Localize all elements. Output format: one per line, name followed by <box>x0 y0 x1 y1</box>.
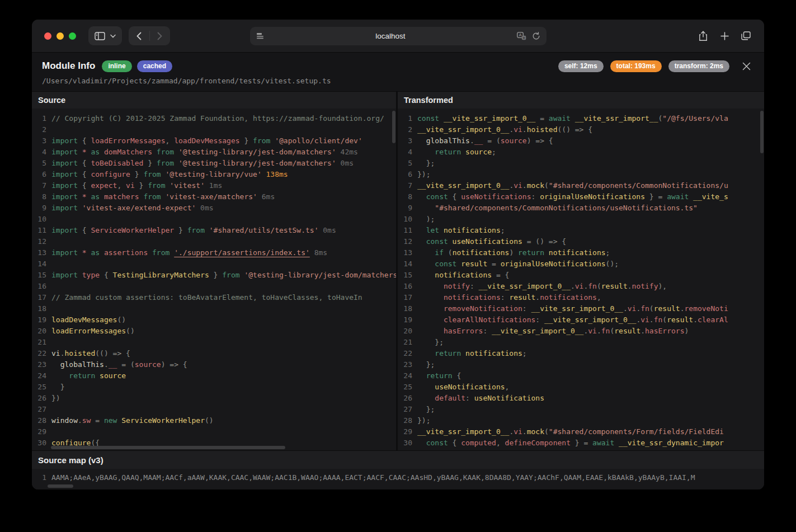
source-vertical-scrollbar[interactable] <box>392 111 395 143</box>
svg-text:✦: ✦ <box>522 36 525 39</box>
code-line: 9 "#shared/components/CommonNotification… <box>398 203 764 214</box>
nav-buttons <box>129 26 170 45</box>
line-number: 2 <box>398 124 412 135</box>
code-line: 22 return notifications; <box>398 348 764 359</box>
tab-overview-button[interactable] <box>737 27 754 44</box>
line-number: 21 <box>398 337 412 348</box>
tabs-icon <box>741 31 751 40</box>
line-number: 17 <box>32 292 46 303</box>
code-line: 26 default: useNotifications <box>398 393 764 404</box>
module-header: Module Info inlinecached self: 12mstotal… <box>32 52 764 91</box>
line-number: 29 <box>32 426 46 437</box>
transformed-vertical-scrollbar[interactable] <box>760 111 764 153</box>
code-line: 20loadErrorMessages() <box>32 326 396 337</box>
browser-window: localhost A ✦ <box>32 20 764 489</box>
line-number: 27 <box>398 404 412 415</box>
share-icon <box>699 31 708 41</box>
line-number: 13 <box>398 247 412 258</box>
code-line: 28}); <box>398 415 764 426</box>
line-number: 28 <box>32 415 46 426</box>
code-line: 23 }; <box>398 359 764 370</box>
reader-icon[interactable] <box>256 32 265 40</box>
code-line: 2__vite_ssr_import_0__.vi.hoisted(() => … <box>398 124 764 135</box>
back-button[interactable] <box>129 26 148 45</box>
close-button[interactable] <box>740 59 753 73</box>
code-line: 7import { expect, vi } from 'vitest' 1ms <box>32 180 396 191</box>
forward-button[interactable] <box>150 26 169 45</box>
code-line: 16 notify: __vite_ssr_import_0__.vi.fn(r… <box>398 281 764 292</box>
code-line: 27 <box>32 404 396 415</box>
code-line: 14 <box>32 258 396 270</box>
module-path: /Users/vladimir/Projects/zammad/app/fron… <box>42 77 753 85</box>
line-number: 26 <box>398 393 412 404</box>
share-button[interactable] <box>695 27 712 44</box>
code-line: 9import 'vitest-axe/extend-expect' 0ms <box>32 203 396 214</box>
line-number: 22 <box>32 348 46 359</box>
timing-badges: self: 12mstotal: 193mstransform: 2ms <box>558 60 729 72</box>
code-line: 19 clearAllNotifications: __vite_ssr_imp… <box>398 314 764 326</box>
url-bar[interactable]: localhost A ✦ <box>250 27 547 45</box>
code-line: 1const __vite_ssr_import_0__ = await __v… <box>398 113 764 124</box>
code-line: 4import * as domMatchers from '@testing-… <box>32 147 396 158</box>
line-number: 12 <box>32 236 46 247</box>
line-number: 22 <box>398 348 412 359</box>
sourcemap-title: Source map (v3) <box>38 455 103 465</box>
code-line: 25 } <box>32 382 396 393</box>
code-line: 4 return source; <box>398 147 764 158</box>
module-link[interactable]: './support/assertions/index.ts' <box>174 248 310 257</box>
line-number: 1 <box>398 113 412 124</box>
line-number: 14 <box>32 258 46 270</box>
chevron-right-icon <box>157 32 162 40</box>
zoom-window-button[interactable] <box>69 32 76 40</box>
close-window-button[interactable] <box>44 32 51 40</box>
transformed-panel: Transformed 1const __vite_ssr_import_0__… <box>398 92 764 450</box>
chevron-down-icon <box>110 34 116 38</box>
line-number: 4 <box>32 147 46 158</box>
line-number: 16 <box>398 281 412 292</box>
sourcemap-horizontal-scrollbar[interactable] <box>48 484 73 488</box>
code-line: 24 return source <box>32 370 396 382</box>
code-line: 18 <box>32 303 396 314</box>
code-line: 27 }; <box>398 404 764 415</box>
page-title: Module Info <box>42 60 95 72</box>
line-number: 4 <box>398 147 412 158</box>
code-line: 5 }; <box>398 158 764 169</box>
source-horizontal-scrollbar[interactable] <box>51 446 285 449</box>
code-line: 7__vite_ssr_import_0__.vi.mock("#shared/… <box>398 180 764 191</box>
line-number: 25 <box>32 382 46 393</box>
line-number: 7 <box>32 180 46 191</box>
line-number: 9 <box>398 203 412 214</box>
line-number: 29 <box>398 426 412 437</box>
code-line: 15 notifications = { <box>398 270 764 281</box>
sidebar-toggle-button[interactable] <box>88 26 122 45</box>
code-line: 3 globalThis.__ = (source) => { <box>398 135 764 147</box>
line-number: 18 <box>32 303 46 314</box>
url-text[interactable]: localhost <box>265 32 517 40</box>
reload-icon[interactable] <box>532 32 540 40</box>
new-tab-button[interactable] <box>716 27 733 44</box>
minimize-window-button[interactable] <box>56 32 64 40</box>
translate-icon[interactable]: A ✦ <box>517 32 526 40</box>
line-number: 8 <box>32 191 46 203</box>
sourcemap-line-number: 1 <box>32 472 46 489</box>
module-badges: inlinecached <box>102 60 172 72</box>
line-number: 2 <box>32 124 46 135</box>
code-line: 2 <box>32 124 396 135</box>
code-line: 21 <box>32 337 396 348</box>
timing-badge: transform: 2ms <box>668 60 729 72</box>
svg-text:A: A <box>519 32 521 37</box>
line-number: 3 <box>398 135 412 147</box>
sourcemap-section: Source map (v3) 1 AAMA;AAeA,yBAAG,QAAQ,M… <box>32 450 764 489</box>
line-number: 30 <box>398 437 412 449</box>
sourcemap-header: Source map (v3) <box>32 451 764 469</box>
line-number: 6 <box>32 169 46 180</box>
code-line: 5import { toBeDisabled } from '@testing-… <box>32 158 396 169</box>
code-line: 13import * as assertions from './support… <box>32 247 396 258</box>
close-icon <box>742 62 751 70</box>
line-number: 17 <box>398 292 412 303</box>
line-number: 10 <box>32 214 46 225</box>
line-number: 28 <box>398 415 412 426</box>
code-line: 8import * as matchers from 'vitest-axe/m… <box>32 191 396 203</box>
code-line: 1// Copyright (C) 2012-2025 Zammad Found… <box>32 113 396 124</box>
code-line: 12 <box>32 236 396 247</box>
